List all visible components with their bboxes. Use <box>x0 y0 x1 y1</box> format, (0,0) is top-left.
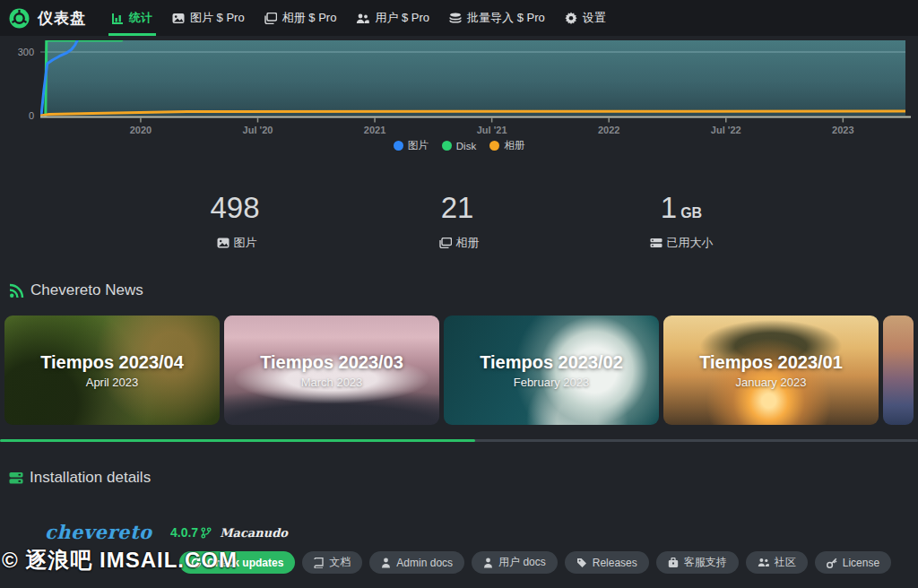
news-card[interactable]: Tiempos 2023/02 February 2023 <box>444 316 659 425</box>
svg-text:0: 0 <box>29 110 34 121</box>
tab-statistics[interactable]: 统计 <box>102 0 162 36</box>
git-branch-icon <box>201 527 212 539</box>
news-card[interactable]: Tiempos 2023/01 January 2023 <box>663 316 879 425</box>
docs-button[interactable]: 文档 <box>302 551 362 574</box>
installation-title: Installation details <box>30 469 151 487</box>
bar-chart-icon <box>112 13 124 24</box>
svg-text:Jul '22: Jul '22 <box>711 125 741 135</box>
stack-icon <box>449 13 462 24</box>
page-title: 仪表盘 <box>38 8 86 29</box>
person-icon <box>381 558 391 568</box>
briefcase-icon <box>668 558 679 568</box>
stat-albums: 21 相册 <box>348 191 570 251</box>
news-card[interactable]: Tiempos 2023/03 March 2023 <box>224 316 439 425</box>
news-card[interactable]: Tiempos 2023/04 April 2023 <box>4 316 220 425</box>
news-scrollbar-track[interactable] <box>0 439 918 442</box>
news-cards: Tiempos 2023/04 April 2023 Tiempos 2023/… <box>4 316 918 425</box>
legend-label: 图片 <box>408 139 429 152</box>
usage-area-chart: 2020Jul '202021Jul '212022Jul '222023030… <box>0 36 918 151</box>
news-scrollbar-thumb[interactable] <box>0 439 475 442</box>
tab-label: 图片 $ Pro <box>190 10 245 26</box>
support-button[interactable]: 客服支持 <box>656 551 739 574</box>
users-icon <box>758 558 769 567</box>
news-card-subtitle: February 2023 <box>514 376 590 389</box>
image-icon <box>172 13 185 24</box>
license-button[interactable]: License <box>815 551 891 574</box>
stat-images-value: 498 <box>210 191 259 224</box>
rss-icon <box>9 283 24 298</box>
legend-label: 相册 <box>504 139 524 152</box>
book-icon <box>314 558 324 568</box>
stat-disk-unit: GB <box>680 205 702 220</box>
version-row: 4.0.7 Macanudo <box>170 525 288 540</box>
svg-text:Jul '20: Jul '20 <box>243 125 273 135</box>
svg-text:2021: 2021 <box>364 125 385 135</box>
stat-disk-value: 1 <box>661 191 677 224</box>
version-number: 4.0.7 <box>170 525 198 540</box>
news-card-subtitle: March 2023 <box>301 376 363 389</box>
tab-label: 批量导入 $ Pro <box>467 10 545 26</box>
tab-label: 统计 <box>129 10 152 26</box>
svg-text:2020: 2020 <box>130 125 152 135</box>
tab-label: 用户 $ Pro <box>375 10 429 26</box>
legend-dot-icon <box>442 141 452 151</box>
tab-albums[interactable]: 相册 $ Pro <box>255 0 347 36</box>
news-section-header: Chevereto News <box>9 281 143 299</box>
disk-icon <box>650 238 663 248</box>
tag-icon <box>576 558 587 568</box>
tab-label: 相册 $ Pro <box>282 10 337 26</box>
chart-legend: 图片Disk相册 <box>0 139 918 152</box>
svg-text:300: 300 <box>18 47 34 57</box>
tab-label: 设置 <box>583 10 606 26</box>
server-icon <box>9 471 23 485</box>
user-docs-button[interactable]: 用户 docs <box>472 551 558 574</box>
news-title: Chevereto News <box>30 281 143 299</box>
news-card-title: Tiempos 2023/01 <box>699 352 843 373</box>
legend-dot-icon <box>394 141 403 151</box>
stat-albums-value: 21 <box>441 191 474 224</box>
news-card-title: Tiempos 2023/02 <box>480 352 623 373</box>
admin-docs-button[interactable]: Admin docs <box>369 551 464 574</box>
refresh-icon <box>191 558 202 568</box>
svg-text:2022: 2022 <box>598 125 619 135</box>
stat-albums-label: 相册 <box>456 235 480 251</box>
releases-button[interactable]: Releases <box>565 551 649 574</box>
albums-icon <box>264 13 277 24</box>
legend-item[interactable]: 图片 <box>394 139 429 152</box>
legend-dot-icon <box>489 141 499 151</box>
tab-bulk-import[interactable]: 批量导入 $ Pro <box>439 0 555 36</box>
stat-disk-label: 已用大小 <box>667 235 714 251</box>
installation-section-header: Installation details <box>9 469 151 487</box>
legend-label: Disk <box>456 141 476 151</box>
community-button[interactable]: 社区 <box>746 551 808 574</box>
svg-text:Jul '21: Jul '21 <box>477 125 507 135</box>
gear-icon <box>565 12 577 24</box>
users-icon <box>356 13 369 24</box>
stat-images: 498 图片 <box>126 191 348 251</box>
news-card-subtitle: January 2023 <box>736 376 807 389</box>
news-card-title: Tiempos 2023/03 <box>260 352 403 373</box>
key-icon <box>827 558 837 568</box>
tab-images[interactable]: 图片 $ Pro <box>162 0 255 36</box>
legend-item[interactable]: 相册 <box>489 139 524 152</box>
installation-buttons: Check updates 文档 Admin docs 用户 docs Rele… <box>179 551 891 574</box>
news-card-partial[interactable] <box>883 316 914 425</box>
chevereto-wordmark: chevereto <box>45 521 152 543</box>
news-card-title: Tiempos 2023/04 <box>40 352 184 373</box>
svg-text:2023: 2023 <box>832 125 853 135</box>
person-icon <box>483 558 493 568</box>
check-updates-button[interactable]: Check updates <box>179 551 295 574</box>
stat-disk-used: 1GB 已用大小 <box>570 191 792 251</box>
albums-icon <box>439 238 452 248</box>
stats-row: 498 图片 21 相册 1GB 已用大小 <box>0 191 918 251</box>
image-icon <box>217 238 230 248</box>
stat-images-label: 图片 <box>234 235 257 251</box>
legend-item[interactable]: Disk <box>442 141 476 151</box>
top-navbar: 仪表盘 统计 图片 $ Pro 相册 $ Pro 用户 $ Pro <box>0 0 918 36</box>
tab-users[interactable]: 用户 $ Pro <box>346 0 439 36</box>
nav-tabs: 统计 图片 $ Pro 相册 $ Pro 用户 $ Pro 批量导入 $ Pro <box>102 0 616 36</box>
version-codename: Macanudo <box>220 526 288 540</box>
chevereto-logo-icon[interactable] <box>9 8 30 29</box>
tab-settings[interactable]: 设置 <box>555 0 616 36</box>
news-card-subtitle: April 2023 <box>86 376 139 389</box>
